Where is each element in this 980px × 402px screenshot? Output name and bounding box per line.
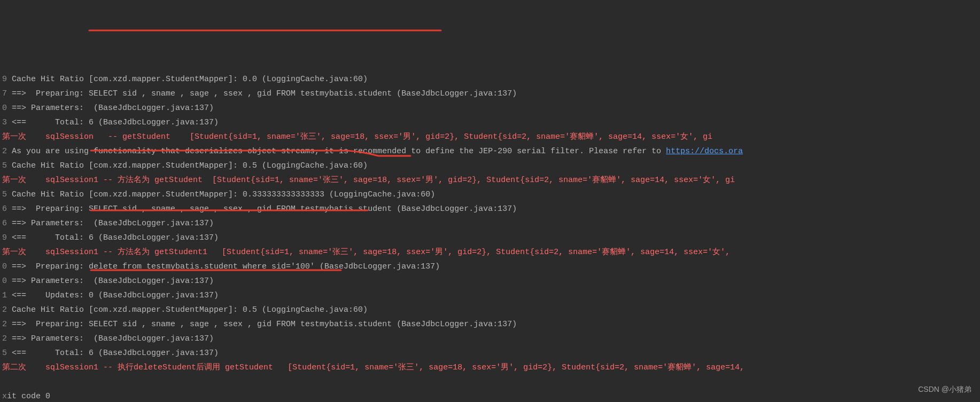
result: [Student{sid=1, sname='张三', sage=18, sse… (170, 132, 712, 141)
console-output: 9 Cache Hit Ratio [com.xzd.mapper.Studen… (0, 72, 980, 402)
method: getStudent (154, 176, 203, 185)
docs-link[interactable]: https://docs.ora (666, 147, 743, 156)
log-line: 2 ==> Parameters: (BaseJdbcLogger.java:1… (0, 332, 980, 346)
line-num: 7 (2, 89, 7, 98)
line-num: 5 (2, 349, 7, 358)
method: deleteStudent (134, 363, 196, 372)
line-num: 2 (2, 305, 7, 314)
log-line: 5 Cache Hit Ratio [com.xzd.mapper.Studen… (0, 159, 980, 173)
line-num: 0 (2, 104, 7, 113)
line-num: 0 (2, 262, 7, 271)
log-line (0, 375, 980, 389)
log-line: 5 Cache Hit Ratio [com.xzd.mapper.Studen… (0, 187, 980, 202)
stage-label: 第二次 (2, 363, 26, 372)
line-num: 5 (2, 190, 7, 199)
line-num: 0 (2, 277, 7, 286)
method: getStudent (225, 363, 273, 372)
stage-label: 第一次 (2, 132, 26, 141)
line-num: x (2, 392, 7, 401)
log-line: 0 ==> Parameters: (BaseJdbcLogger.java:1… (0, 274, 980, 288)
log-line: 第一次 sqlSession1 -- 方法名为 getStudent [Stud… (0, 173, 980, 187)
log-line: 0 ==> Parameters: (BaseJdbcLogger.java:1… (0, 101, 980, 115)
result: [Student{sid=1, sname='张三', sage=18, sse… (273, 363, 749, 372)
line-num: 6 (2, 219, 7, 228)
log-line: 6 ==> Preparing: SELECT sid , sname , sa… (0, 202, 980, 216)
log-line: 2 Cache Hit Ratio [com.xzd.mapper.Studen… (0, 303, 980, 317)
log-line: 第二次 sqlSession1 -- 执行deleteStudent后调用 ge… (0, 360, 980, 375)
line-num: 2 (2, 334, 7, 343)
line-num: 2 (2, 147, 7, 156)
line-num: 5 (2, 161, 7, 170)
log-line: 0 ==> Preparing: delete from testmybatis… (0, 259, 980, 274)
method: getStudent1 (154, 248, 207, 257)
session: sqlSession1 (45, 248, 98, 257)
line-num: 9 (2, 233, 7, 242)
log-line: 第一次 sqlSession1 -- 方法名为 getStudent1 [Stu… (0, 245, 980, 259)
red-underline (88, 28, 452, 39)
line-num: 1 (2, 291, 7, 300)
log-line: 1 <== Updates: 0 (BaseJdbcLogger.java:13… (0, 288, 980, 303)
line-num: 9 (2, 75, 7, 84)
session: sqlSession (45, 132, 94, 141)
log-line: 3 <== Total: 6 (BaseJdbcLogger.java:137) (0, 115, 980, 130)
result: [Student{sid=1, sname='张三', sage=18, sse… (203, 176, 735, 185)
log-line: 2 ==> Preparing: SELECT sid , sname , sa… (0, 317, 980, 332)
log-line: 9 Cache Hit Ratio [com.xzd.mapper.Studen… (0, 72, 980, 86)
line-num: 3 (2, 118, 7, 127)
log-line: 5 <== Total: 6 (BaseJdbcLogger.java:137) (0, 346, 980, 360)
line-num: 2 (2, 320, 7, 329)
session: sqlSession1 (45, 176, 98, 185)
session: sqlSession1 (45, 363, 98, 372)
stage-label: 第一次 (2, 176, 26, 185)
log-line: 6 ==> Parameters: (BaseJdbcLogger.java:1… (0, 216, 980, 231)
watermark: CSDN @小猪弟 (918, 382, 971, 397)
log-line: xit code 0 (0, 389, 980, 402)
log-line: 7 ==> Preparing: SELECT sid , sname , sa… (0, 86, 980, 101)
method: getStudent (122, 132, 170, 141)
log-line: 第一次 sqlSession -- getStudent [Student{si… (0, 130, 980, 144)
line-num: 6 (2, 204, 7, 214)
log-line: 2 As you are using functionality that de… (0, 144, 980, 159)
stage-label: 第一次 (2, 248, 26, 257)
log-line: 9 <== Total: 6 (BaseJdbcLogger.java:137) (0, 231, 980, 245)
result: [Student{sid=1, sname='张三', sage=18, sse… (207, 248, 735, 257)
